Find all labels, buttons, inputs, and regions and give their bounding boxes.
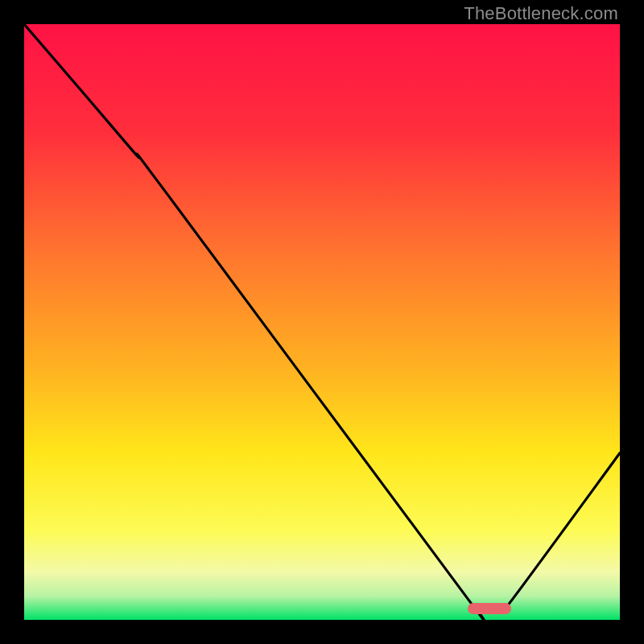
watermark-text: TheBottleneck.com bbox=[464, 3, 618, 24]
bottleneck-curve-path bbox=[24, 24, 620, 620]
optimal-marker bbox=[468, 603, 510, 615]
plot-area bbox=[24, 24, 620, 620]
chart-frame: TheBottleneck.com bbox=[0, 0, 644, 644]
bottleneck-curve bbox=[24, 24, 620, 620]
